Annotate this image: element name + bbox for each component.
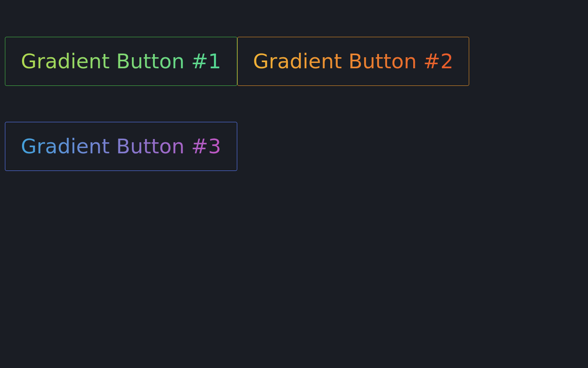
button-gallery: Gradient Button #1 Gradient Button #2 Gr… (5, 37, 583, 171)
gradient-button-1[interactable]: Gradient Button #1 (5, 37, 237, 86)
row-separator (5, 86, 583, 122)
gradient-button-3[interactable]: Gradient Button #3 (5, 122, 237, 171)
gradient-button-2[interactable]: Gradient Button #2 (237, 37, 470, 86)
